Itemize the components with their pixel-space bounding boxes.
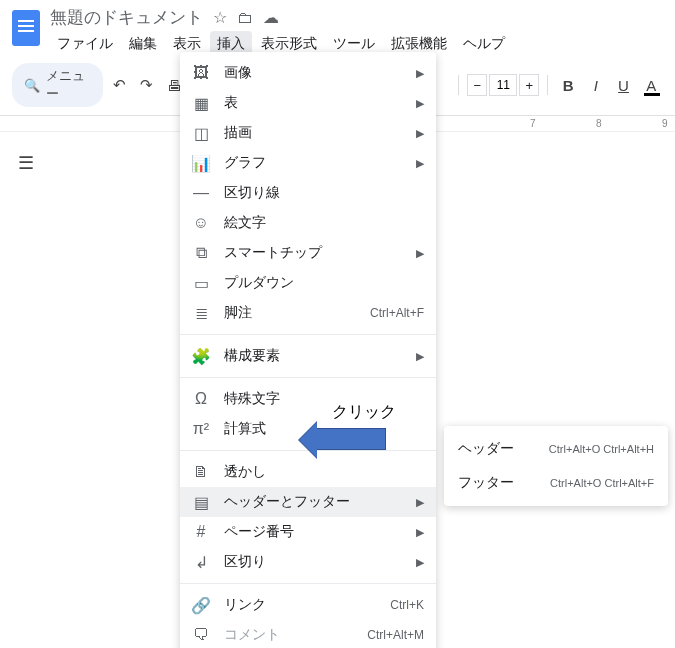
計算式-icon: π²	[192, 420, 210, 438]
font-size-input[interactable]	[489, 74, 517, 96]
リンク-icon: 🔗	[192, 596, 210, 614]
font-size-control: − +	[467, 74, 539, 96]
menu-item-label: スマートチップ	[224, 244, 394, 262]
menu-search-button[interactable]: 🔍 メニュー	[12, 63, 103, 107]
menu-separator	[180, 583, 436, 584]
shortcut-label: Ctrl+K	[390, 598, 424, 612]
menu-ヘルプ[interactable]: ヘルプ	[456, 31, 512, 57]
menu-search-label: メニュー	[46, 67, 91, 103]
insert-item-特殊文字[interactable]: Ω特殊文字	[180, 384, 436, 414]
絵文字-icon: ☺	[192, 214, 210, 232]
menu-item-label: 脚注	[224, 304, 356, 322]
move-icon[interactable]: 🗀	[237, 9, 253, 27]
insert-item-画像[interactable]: 🖼画像▶	[180, 58, 436, 88]
star-icon[interactable]: ☆	[213, 8, 227, 27]
表-icon: ▦	[192, 94, 210, 112]
menu-item-label: 表	[224, 94, 394, 112]
cloud-status-icon[interactable]: ☁	[263, 8, 279, 27]
menu-item-label: ページ番号	[224, 523, 394, 541]
submenu-item-ヘッダー[interactable]: ヘッダーCtrl+Alt+O Ctrl+Alt+H	[444, 432, 668, 466]
menu-item-label: プルダウン	[224, 274, 424, 292]
submenu-arrow-icon: ▶	[416, 247, 424, 260]
ruler-tick: 8	[596, 118, 602, 129]
区切り-icon: ↲	[192, 553, 210, 571]
menu-item-label: 透かし	[224, 463, 424, 481]
insert-item-プルダウン[interactable]: ▭プルダウン	[180, 268, 436, 298]
submenu-arrow-icon: ▶	[416, 67, 424, 80]
text-color-button[interactable]: A	[639, 72, 663, 98]
構成要素-icon: 🧩	[192, 347, 210, 365]
submenu-arrow-icon: ▶	[416, 556, 424, 569]
submenu-shortcut: Ctrl+Alt+O Ctrl+Alt+F	[550, 477, 654, 489]
italic-button[interactable]: I	[584, 72, 608, 98]
shortcut-label: Ctrl+Alt+M	[367, 628, 424, 642]
submenu-label: フッター	[458, 474, 536, 492]
submenu-arrow-icon: ▶	[416, 526, 424, 539]
menu-item-label: ヘッダーとフッター	[224, 493, 394, 511]
insert-item-ページ番号[interactable]: #ページ番号▶	[180, 517, 436, 547]
スマートチップ-icon: ⧉	[192, 244, 210, 262]
submenu-item-フッター[interactable]: フッターCtrl+Alt+O Ctrl+Alt+F	[444, 466, 668, 500]
描画-icon: ◫	[192, 124, 210, 142]
insert-item-ヘッダーとフッター[interactable]: ▤ヘッダーとフッター▶	[180, 487, 436, 517]
insert-item-区切り[interactable]: ↲区切り▶	[180, 547, 436, 577]
menu-item-label: グラフ	[224, 154, 394, 172]
font-size-decrease-button[interactable]: −	[467, 74, 487, 96]
annotation-label: クリック	[332, 402, 396, 423]
underline-button[interactable]: U	[612, 72, 636, 98]
insert-item-コメント: 🗨コメントCtrl+Alt+M	[180, 620, 436, 648]
search-icon: 🔍	[24, 78, 40, 93]
annotation-arrow	[316, 428, 386, 450]
特殊文字-icon: Ω	[192, 390, 210, 408]
menu-item-label: リンク	[224, 596, 376, 614]
ruler-tick: 7	[530, 118, 536, 129]
画像-icon: 🖼	[192, 64, 210, 82]
outline-icon[interactable]: ☰	[18, 153, 34, 173]
区切り線-icon: —	[192, 184, 210, 202]
header-footer-submenu: ヘッダーCtrl+Alt+O Ctrl+Alt+HフッターCtrl+Alt+O …	[444, 426, 668, 506]
insert-item-脚注[interactable]: ≣脚注Ctrl+Alt+F	[180, 298, 436, 328]
menu-item-label: 描画	[224, 124, 394, 142]
insert-menu-dropdown: 🖼画像▶▦表▶◫描画▶📊グラフ▶—区切り線☺絵文字⧉スマートチップ▶▭プルダウン…	[180, 52, 436, 648]
menu-item-label: 絵文字	[224, 214, 424, 232]
separator	[458, 75, 459, 95]
outline-gutter: ☰	[0, 132, 52, 648]
insert-item-描画[interactable]: ◫描画▶	[180, 118, 436, 148]
submenu-label: ヘッダー	[458, 440, 535, 458]
undo-button[interactable]: ↶	[107, 72, 131, 98]
menu-item-label: 区切り線	[224, 184, 424, 202]
submenu-arrow-icon: ▶	[416, 350, 424, 363]
プルダウン-icon: ▭	[192, 274, 210, 292]
insert-item-区切り線[interactable]: —区切り線	[180, 178, 436, 208]
separator	[547, 75, 548, 95]
font-size-increase-button[interactable]: +	[519, 74, 539, 96]
ruler-tick: 9	[662, 118, 668, 129]
insert-item-透かし[interactable]: 🗎透かし	[180, 457, 436, 487]
insert-item-スマートチップ[interactable]: ⧉スマートチップ▶	[180, 238, 436, 268]
bold-button[interactable]: B	[556, 72, 580, 98]
ヘッダーとフッター-icon: ▤	[192, 493, 210, 511]
submenu-arrow-icon: ▶	[416, 127, 424, 140]
menu-item-label: 区切り	[224, 553, 394, 571]
コメント-icon: 🗨	[192, 626, 210, 644]
menu-separator	[180, 377, 436, 378]
submenu-arrow-icon: ▶	[416, 157, 424, 170]
submenu-arrow-icon: ▶	[416, 97, 424, 110]
insert-item-絵文字[interactable]: ☺絵文字	[180, 208, 436, 238]
insert-item-表[interactable]: ▦表▶	[180, 88, 436, 118]
menu-separator	[180, 334, 436, 335]
doc-title[interactable]: 無題のドキュメント	[50, 6, 203, 29]
insert-item-リンク[interactable]: 🔗リンクCtrl+K	[180, 590, 436, 620]
menu-item-label: 構成要素	[224, 347, 394, 365]
脚注-icon: ≣	[192, 304, 210, 322]
menu-編集[interactable]: 編集	[122, 31, 164, 57]
submenu-shortcut: Ctrl+Alt+O Ctrl+Alt+H	[549, 443, 654, 455]
menu-ファイル[interactable]: ファイル	[50, 31, 120, 57]
ページ番号-icon: #	[192, 523, 210, 541]
shortcut-label: Ctrl+Alt+F	[370, 306, 424, 320]
insert-item-グラフ[interactable]: 📊グラフ▶	[180, 148, 436, 178]
docs-logo-icon[interactable]	[12, 10, 40, 46]
redo-button[interactable]: ↷	[135, 72, 159, 98]
menu-item-label: 画像	[224, 64, 394, 82]
insert-item-構成要素[interactable]: 🧩構成要素▶	[180, 341, 436, 371]
